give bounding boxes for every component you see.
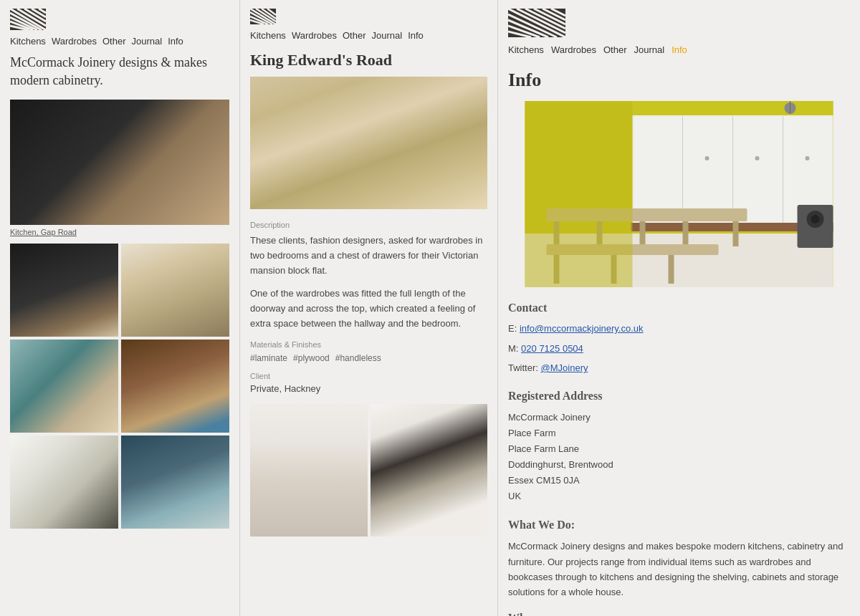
nav-journal-col1[interactable]: Journal xyxy=(132,36,163,47)
column-3: Kitchens Wardrobes Other Journal Info In… xyxy=(498,0,860,616)
thumbnail-1[interactable] xyxy=(10,244,118,337)
nav-other-col2[interactable]: Other xyxy=(343,30,366,41)
thumbnail-img-6 xyxy=(121,435,229,529)
nav-wardrobes-col3[interactable]: Wardrobes xyxy=(551,44,596,55)
nav-journal-col2[interactable]: Journal xyxy=(372,30,403,41)
wardrobe-corridor-content xyxy=(250,404,368,536)
thumbnail-img-3 xyxy=(10,340,118,433)
thumbnail-6[interactable] xyxy=(121,435,229,529)
project-main-img-content xyxy=(250,77,487,209)
hero-image xyxy=(10,100,229,225)
nav-col3: Kitchens Wardrobes Other Journal Info xyxy=(508,44,850,55)
client-value: Private, Hackney xyxy=(250,383,487,394)
nav-info-col1[interactable]: Info xyxy=(168,36,183,47)
address-section: Registered Address McCormack Joinery Pla… xyxy=(508,390,850,505)
tag-plywood[interactable]: #plywood xyxy=(293,353,330,363)
hero-image-container[interactable] xyxy=(10,100,229,225)
svg-point-56 xyxy=(811,215,820,223)
workshop-scene-svg xyxy=(508,101,850,287)
nav-other-col3[interactable]: Other xyxy=(603,44,627,55)
wardrobe-open-content xyxy=(371,404,488,536)
what-we-do-title: What We Do: xyxy=(508,519,850,531)
nav-info-col2[interactable]: Info xyxy=(408,30,424,41)
nav-info-col3[interactable]: Info xyxy=(672,44,687,55)
nav-col1: Kitchens Wardrobes Other Journal Info xyxy=(10,36,229,47)
materials-label: Materials & Finishes xyxy=(250,340,487,349)
thumbnail-img-1 xyxy=(10,244,118,337)
address-line-0: McCormack Joinery xyxy=(508,410,850,425)
contact-section: Contact E: info@mccormackjoinery.co.uk M… xyxy=(508,302,850,375)
nav-wardrobes-col2[interactable]: Wardrobes xyxy=(292,30,337,41)
thumbnail-4[interactable] xyxy=(121,340,229,433)
contact-twitter-line: Twitter: @MJoinery xyxy=(508,361,850,375)
thumbnail-grid xyxy=(10,244,229,529)
email-label: E: xyxy=(508,323,517,334)
nav-journal-col3[interactable]: Journal xyxy=(634,44,665,55)
project-title: King Edward's Road xyxy=(250,51,487,69)
stripe-logo-icon xyxy=(10,9,46,30)
thumbnail-img-4 xyxy=(121,340,229,433)
thumbnail-5[interactable] xyxy=(10,435,118,529)
nav-other-col1[interactable]: Other xyxy=(102,36,126,47)
logo-col2[interactable] xyxy=(250,9,487,24)
column-1: Kitchens Wardrobes Other Journal Info Mc… xyxy=(0,0,240,616)
hero-caption[interactable]: Kitchen, Gap Road xyxy=(10,228,229,236)
thumbnail-2[interactable] xyxy=(121,244,229,337)
address-line-2: Place Farm Lane xyxy=(508,441,850,457)
tags-container: #laminate #plywood #handleless xyxy=(250,353,487,363)
description-label: Description xyxy=(250,221,487,229)
page-title: Info xyxy=(508,69,850,91)
address-block: McCormack Joinery Place Farm Place Farm … xyxy=(508,410,850,505)
description-p1: These clients, fashion designers, asked … xyxy=(250,234,487,278)
tag-laminate[interactable]: #laminate xyxy=(250,353,287,363)
stripe-logo-icon-col3 xyxy=(508,9,565,37)
workshop-image[interactable] xyxy=(508,101,850,287)
twitter-link[interactable]: @MJoinery xyxy=(541,362,588,373)
twitter-label: Twitter: xyxy=(508,362,538,373)
address-line-1: Place Farm xyxy=(508,425,850,441)
svg-rect-47 xyxy=(683,221,689,246)
contact-email-line: E: info@mccormackjoinery.co.uk xyxy=(508,322,850,336)
stripe-logo-icon-col2 xyxy=(250,9,276,24)
wardrobe-corridor-img[interactable] xyxy=(250,404,368,536)
mobile-link[interactable]: 020 7125 0504 xyxy=(521,343,583,354)
project-main-image[interactable] xyxy=(250,77,487,209)
address-line-4: Essex CM15 0JA xyxy=(508,473,850,489)
svg-rect-46 xyxy=(640,221,646,246)
tag-handleless[interactable]: #handleless xyxy=(335,353,381,363)
col3-header xyxy=(508,9,850,37)
address-line-5: UK xyxy=(508,489,850,504)
svg-rect-53 xyxy=(525,101,633,287)
svg-rect-48 xyxy=(733,221,739,246)
wardrobe-open-img[interactable] xyxy=(371,404,488,536)
what-we-do-body: McCormack Joinery designs and makes besp… xyxy=(508,539,850,600)
address-line-3: Doddinghurst, Brentwood xyxy=(508,457,850,473)
thumbnail-img-2 xyxy=(121,244,229,337)
tagline: McCormack Joinery designs & makes modern… xyxy=(10,54,229,90)
mobile-label: M: xyxy=(508,343,518,354)
project-bottom-images xyxy=(250,404,487,536)
nav-kitchens-col1[interactable]: Kitchens xyxy=(10,36,46,47)
nav-kitchens-col2[interactable]: Kitchens xyxy=(250,30,286,41)
address-title: Registered Address xyxy=(508,390,850,403)
what-we-do-section: What We Do: McCormack Joinery designs an… xyxy=(508,519,850,600)
nav-col2: Kitchens Wardrobes Other Journal Info xyxy=(250,30,487,41)
nav-wardrobes-col1[interactable]: Wardrobes xyxy=(52,36,97,47)
thumbnail-img-5 xyxy=(10,435,118,529)
svg-point-38 xyxy=(755,156,760,160)
client-label: Client xyxy=(250,372,487,380)
svg-point-37 xyxy=(705,156,710,160)
logo-col1[interactable] xyxy=(10,9,229,30)
svg-point-39 xyxy=(806,156,810,160)
nav-kitchens-col3[interactable]: Kitchens xyxy=(508,44,544,55)
who-we-are-title: Who we are: xyxy=(508,612,850,616)
description-p2: One of the wardrobes was fitted the full… xyxy=(250,287,487,331)
email-link[interactable]: info@mccormackjoinery.co.uk xyxy=(520,323,644,334)
contact-mobile-line: M: 020 7125 0504 xyxy=(508,342,850,356)
contact-title: Contact xyxy=(508,302,850,314)
thumbnail-3[interactable] xyxy=(10,340,118,433)
column-2: Kitchens Wardrobes Other Journal Info Ki… xyxy=(240,0,498,616)
svg-rect-52 xyxy=(669,255,674,284)
